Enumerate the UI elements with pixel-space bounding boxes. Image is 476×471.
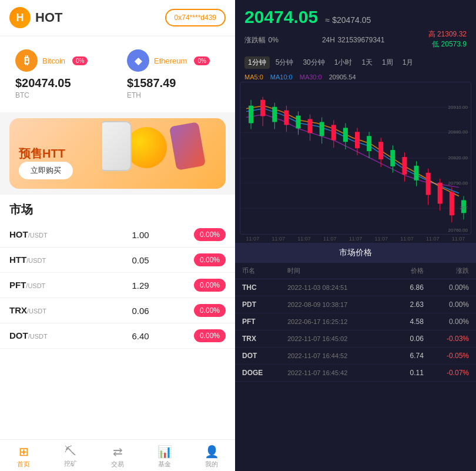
market-coin-name: TRX/USDT bbox=[9, 305, 108, 316]
time-label: 11:07 bbox=[374, 236, 388, 242]
bitcoin-name: Bitcoin bbox=[42, 56, 65, 65]
svg-rect-18 bbox=[320, 122, 324, 136]
price-table-row[interactable]: DOT 2022-11-07 16:44:52 6.74 -0.05% bbox=[235, 348, 476, 365]
market-coin-name: DOT/USDT bbox=[9, 330, 108, 341]
price-table-header: 币名时间价格涨跌 bbox=[235, 263, 476, 279]
chart-change-value: 0% bbox=[268, 36, 278, 44]
market-coin-price: 0.05 bbox=[108, 255, 173, 265]
price-row-name: TRX bbox=[242, 335, 287, 343]
market-row[interactable]: PFT/USDT 1.29 0.00% bbox=[0, 273, 235, 298]
price-row-change: -0.05% bbox=[424, 352, 469, 360]
svg-rect-8 bbox=[260, 100, 265, 116]
svg-rect-38 bbox=[438, 183, 443, 204]
time-tabs: 1分钟5分钟30分钟1小时1天1周1月 bbox=[235, 53, 476, 72]
nav-item-基金[interactable]: 📊 基金 bbox=[141, 445, 188, 469]
price-row-time: 2022-11-07 16:45:02 bbox=[287, 335, 378, 342]
price-table-row[interactable]: THC 2022-11-03 08:24:51 6.86 0.00% bbox=[235, 279, 476, 296]
price-table-row[interactable]: PFT 2022-06-17 16:25:12 4.58 0.00% bbox=[235, 313, 476, 330]
header: H HOT 0x74****d439 bbox=[0, 0, 235, 35]
price-table-row[interactable]: PDT 2022-08-09 10:38:17 2.63 0.00% bbox=[235, 296, 476, 313]
svg-rect-30 bbox=[390, 150, 395, 166]
time-tab[interactable]: 1周 bbox=[378, 56, 397, 69]
svg-text:20790.00: 20790.00 bbox=[448, 181, 468, 186]
right-panel: 20474.05 ≈ $20474.05 涨跌幅 0% 24H 32153967… bbox=[235, 0, 476, 471]
chart-area: 20910.00 20880.00 20820.00 20790.00 207 … bbox=[240, 82, 471, 235]
price-row-change: 0.00% bbox=[424, 318, 469, 326]
time-tab[interactable]: 30分钟 bbox=[299, 56, 328, 69]
nav-icon: 👤 bbox=[205, 445, 219, 459]
time-label: 11:07 bbox=[323, 236, 337, 242]
banner-button[interactable]: 立即购买 bbox=[19, 162, 73, 179]
ethereum-card[interactable]: ◆ Ethereum 0% $1587.49 ETH bbox=[121, 44, 226, 105]
chart-vol-value: 321539679341 bbox=[337, 36, 384, 44]
price-row-time: 2022-11-07 16:45:42 bbox=[287, 369, 378, 376]
svg-rect-24 bbox=[355, 132, 360, 148]
svg-text:20820.00: 20820.00 bbox=[448, 155, 468, 161]
banner-decoration bbox=[102, 118, 220, 189]
market-coin-price: 6.40 bbox=[108, 331, 173, 341]
time-tab[interactable]: 5分钟 bbox=[272, 56, 297, 69]
time-tab[interactable]: 1分钟 bbox=[244, 56, 270, 69]
market-section: 市场 HOT/USDT 1.00 0.00% HTT/USDT 0.05 0.0… bbox=[0, 195, 235, 439]
chart-change-label: 涨跌幅 bbox=[244, 36, 266, 44]
bitcoin-card[interactable]: ₿ Bitcoin 0% $20474.05 BTC bbox=[9, 44, 114, 105]
card-decoration bbox=[169, 122, 206, 171]
bottom-nav: ⊞ 首页 ⛏ 挖矿 ⇄ 交易 📊 基金 👤 我的 bbox=[0, 439, 235, 471]
time-tab[interactable]: 1月 bbox=[399, 56, 417, 69]
market-price-title: 市场价格 bbox=[235, 243, 476, 263]
price-table-row[interactable]: DOGE 2022-11-07 16:45:42 0.11 -0.07% bbox=[235, 365, 476, 382]
wallet-button[interactable]: 0x74****d439 bbox=[165, 9, 226, 26]
svg-rect-16 bbox=[308, 119, 313, 133]
market-row[interactable]: TRX/USDT 0.06 0.00% bbox=[0, 298, 235, 323]
market-row[interactable]: DOT/USDT 6.40 0.00% bbox=[0, 323, 235, 349]
bitcoin-symbol: BTC bbox=[15, 91, 108, 99]
price-table-row[interactable]: TRX 2022-11-07 16:45:02 0.06 -0.03% bbox=[235, 330, 476, 348]
banner-text: 预售HTT bbox=[19, 146, 65, 162]
market-row[interactable]: HTT/USDT 0.05 0.00% bbox=[0, 248, 235, 273]
svg-rect-34 bbox=[414, 166, 419, 181]
ethereum-card-header: ◆ Ethereum 0% bbox=[127, 49, 220, 72]
market-coin-change: 0.00% bbox=[173, 253, 226, 266]
price-row-time: 2022-11-07 16:44:52 bbox=[287, 352, 378, 359]
bitcoin-change: 0% bbox=[72, 56, 88, 65]
nav-item-交易[interactable]: ⇄ 交易 bbox=[94, 445, 141, 469]
price-row-name: DOT bbox=[242, 352, 287, 360]
price-row-price: 6.86 bbox=[378, 283, 424, 292]
bitcoin-price: $20474.05 bbox=[15, 76, 108, 90]
price-row-price: 0.11 bbox=[378, 369, 424, 377]
market-coin-price: 1.00 bbox=[108, 230, 173, 240]
price-row-price: 4.58 bbox=[378, 318, 424, 326]
nav-label: 我的 bbox=[205, 460, 218, 469]
ethereum-change: 0% bbox=[194, 56, 209, 65]
chart-svg: 20910.00 20880.00 20820.00 20790.00 207 … bbox=[240, 82, 471, 234]
market-coin-price: 0.06 bbox=[108, 306, 173, 316]
time-tab[interactable]: 1天 bbox=[358, 56, 376, 69]
nav-item-首页[interactable]: ⊞ 首页 bbox=[0, 445, 47, 469]
time-axis: 11:0711:0711:0711:0711:0711:0711:0711:07… bbox=[235, 235, 476, 243]
price-row-name: DOGE bbox=[242, 369, 287, 377]
price-row-time: 2022-08-09 10:38:17 bbox=[287, 301, 378, 308]
svg-rect-12 bbox=[284, 111, 289, 125]
svg-rect-20 bbox=[331, 125, 336, 140]
chart-vol-label: 24H bbox=[322, 36, 335, 44]
nav-item-挖矿[interactable]: ⛏ 挖矿 bbox=[47, 445, 94, 469]
ethereum-name: Ethereum bbox=[154, 56, 187, 65]
ma10-label: MA10:0 bbox=[270, 74, 293, 81]
chart-vol-section: 24H 321539679341 bbox=[322, 34, 385, 45]
price-row-price: 6.74 bbox=[378, 352, 424, 360]
time-tab[interactable]: 1小时 bbox=[331, 56, 356, 69]
svg-rect-32 bbox=[402, 157, 407, 175]
market-coin-price: 1.29 bbox=[108, 280, 173, 290]
ethereum-icon: ◆ bbox=[127, 49, 149, 72]
market-coin-name: HTT/USDT bbox=[9, 255, 108, 265]
market-row[interactable]: HOT/USDT 1.00 0.00% bbox=[0, 222, 235, 248]
svg-rect-14 bbox=[296, 116, 300, 129]
nav-label: 首页 bbox=[17, 460, 30, 469]
market-title: 市场 bbox=[0, 195, 235, 222]
price-table-header-cell: 币名 bbox=[242, 266, 287, 275]
chart-header: 20474.05 ≈ $20474.05 涨跌幅 0% 24H 32153967… bbox=[235, 0, 476, 53]
nav-item-我的[interactable]: 👤 我的 bbox=[188, 445, 235, 469]
time-label: 11:07 bbox=[426, 236, 440, 242]
price-row-time: 2022-11-03 08:24:51 bbox=[287, 284, 378, 291]
svg-rect-10 bbox=[272, 107, 277, 122]
